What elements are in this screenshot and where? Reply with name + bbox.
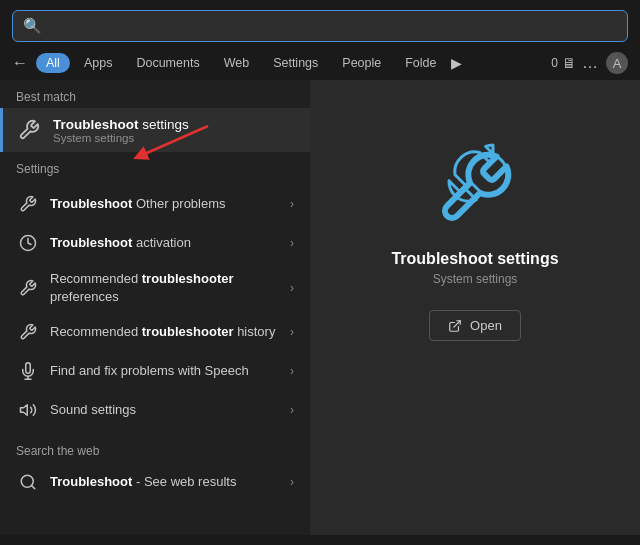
list-item-troubleshoot-activation[interactable]: Troubleshoot activation › [4,224,306,262]
settings-label: Settings [0,152,310,180]
clock-icon [16,231,40,255]
svg-marker-5 [21,405,28,416]
mic-icon [16,359,40,383]
list-item-troubleshoot-other[interactable]: Troubleshoot Other problems › [4,185,306,223]
best-match-label: Best match [0,80,310,108]
filter-tabs-bar: ← All Apps Documents Web Settings People… [0,52,640,74]
wrench-icon-2 [16,276,40,300]
search-icon: 🔍 [23,17,42,35]
open-button[interactable]: Open [429,310,521,341]
left-panel: Best match Troubleshoot settings System … [0,80,310,535]
list-item-recommended-preferences-text: Recommended troubleshooter preferences [50,270,280,305]
back-button[interactable]: ← [12,54,28,72]
search-web-icon [16,470,40,494]
ellipsis-button[interactable]: … [582,54,598,72]
best-match-title-rest: settings [139,117,189,132]
list-item-speech-text: Find and fix problems with Speech [50,362,280,380]
chevron-icon-4: › [290,325,294,339]
tab-documents[interactable]: Documents [126,53,209,73]
web-search-label: Search the web [0,434,310,462]
list-item-sound-settings[interactable]: Sound settings › [4,391,306,429]
list-item-web-troubleshoot-text: Troubleshoot - See web results [50,473,280,491]
list-item-sound-settings-text: Sound settings [50,401,280,419]
list-item-speech[interactable]: Find and fix problems with Speech › [4,352,306,390]
tab-web[interactable]: Web [214,53,259,73]
list-item-recommended-history[interactable]: Recommended troubleshooter history › [4,313,306,351]
tab-people[interactable]: People [332,53,391,73]
open-icon [448,319,462,333]
more-tabs-button[interactable]: ▶ [451,55,462,71]
best-match-subtitle: System settings [53,132,189,144]
result-count: 0 [551,56,558,70]
right-panel-app-title: Troubleshoot settings [391,250,558,268]
svg-line-8 [454,320,460,326]
user-avatar: A [606,52,628,74]
open-button-label: Open [470,318,502,333]
tab-settings[interactable]: Settings [263,53,328,73]
best-match-title-bold: Troubleshoot [53,117,139,132]
tab-all[interactable]: All [36,53,70,73]
chevron-icon-2: › [290,236,294,250]
tab-apps[interactable]: Apps [74,53,123,73]
search-input[interactable]: Troubleshoot settings [50,18,617,34]
list-item-troubleshoot-activation-text: Troubleshoot activation [50,234,280,252]
best-match-title: Troubleshoot settings [53,117,189,132]
chevron-icon-3: › [290,281,294,295]
tab-folders[interactable]: Folde [395,53,446,73]
chevron-icon-6: › [290,403,294,417]
svg-line-7 [31,486,34,489]
best-match-icon [15,116,43,144]
wrench-icon-3 [16,320,40,344]
list-item-recommended-preferences[interactable]: Recommended troubleshooter preferences › [4,263,306,312]
chevron-icon-1: › [290,197,294,211]
network-icon: 🖥 [562,55,576,71]
settings-list: Troubleshoot Other problems › Troublesho… [0,180,310,434]
chevron-icon-5: › [290,364,294,378]
list-item-web-troubleshoot[interactable]: Troubleshoot - See web results › [4,463,306,501]
best-match-item[interactable]: Troubleshoot settings System settings [0,108,310,152]
right-panel: Troubleshoot settings System settings Op… [310,80,640,535]
big-wrench-svg [435,148,515,228]
right-panel-app-subtitle: System settings [433,272,518,286]
list-item-troubleshoot-other-text: Troubleshoot Other problems [50,195,280,213]
search-bar: 🔍 Troubleshoot settings [12,10,628,42]
speaker-icon [16,398,40,422]
wrench-icon-1 [16,192,40,216]
chevron-icon-web: › [290,475,294,489]
big-wrench-container [435,148,515,232]
main-content: Best match Troubleshoot settings System … [0,80,640,535]
list-item-recommended-history-text: Recommended troubleshooter history [50,323,280,341]
